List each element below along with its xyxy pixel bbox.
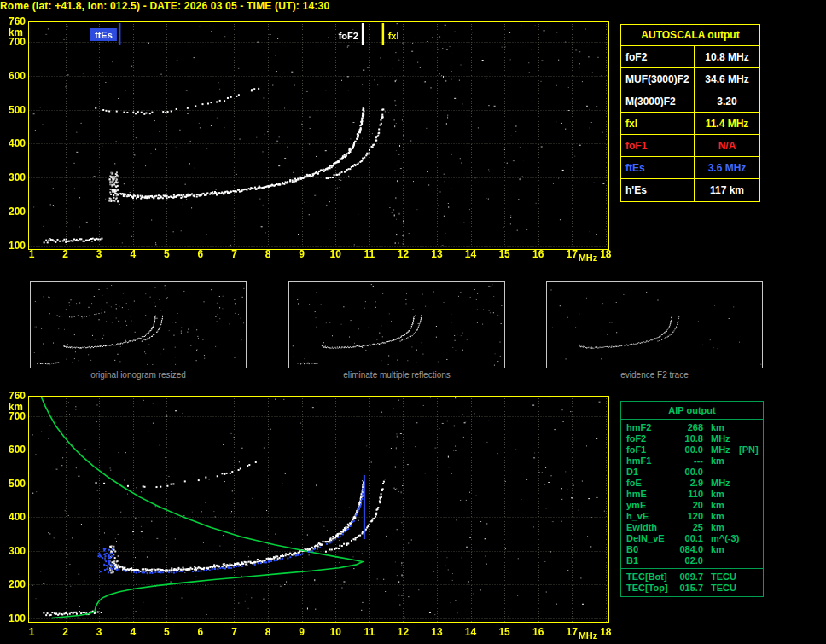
aip-row-fof2: foF210.8MHz xyxy=(621,433,763,444)
autoscala-param-label: ftEs xyxy=(621,157,695,178)
aip-param-note: [PN] xyxy=(739,444,763,455)
aip-param-value: 015.7 xyxy=(674,583,703,594)
aip-param-label: hmE xyxy=(621,489,674,500)
autoscala-param-value: 3.20 xyxy=(695,90,759,112)
aip-row-hmf2: hmF2268km xyxy=(621,422,763,433)
recorded-ionogram-plot xyxy=(0,17,619,269)
aip-param-unit xyxy=(703,467,739,478)
thumbnail-caption-evidence: evidence F2 trace xyxy=(546,370,763,380)
aip-param-value: 10.8 xyxy=(674,433,703,444)
aip-param-label: hmF1 xyxy=(621,455,674,467)
thumbnail-original-ionogram-canvas xyxy=(31,282,246,368)
aip-row-deln-ve: DelN_vE00.1m^(-3) xyxy=(621,533,763,544)
autoscala-param-value: 3.6 MHz xyxy=(695,157,759,178)
aip-table-rows: hmF2268kmfoF210.8MHzfoF100.0MHz[PN]hmF1-… xyxy=(621,420,763,568)
autoscala-row-fof2: foF210.8 MHz xyxy=(621,46,759,68)
aip-param-note xyxy=(739,489,763,500)
aip-row-hmf1: hmF1---km xyxy=(621,455,763,467)
autoscala-row-h-es: h'Es117 km xyxy=(621,179,759,201)
aip-param-unit: MHz xyxy=(703,444,739,455)
autoscala-table-title: AUTOSCALA output xyxy=(621,25,759,46)
aip-param-label: TEC[Bot] xyxy=(621,571,674,583)
aip-param-label: foF1 xyxy=(621,444,674,455)
aip-param-unit: TECU xyxy=(703,571,739,583)
aip-table-tec-rows: TEC[Bot]009.7TECUTEC[Top]015.7TECU xyxy=(621,568,763,596)
aip-param-note xyxy=(739,544,763,555)
aip-row-fof1: foF100.0MHz[PN] xyxy=(621,444,763,455)
autoscala-param-label: h'Es xyxy=(621,179,695,201)
aip-param-value: 009.7 xyxy=(674,571,703,583)
station-date-title: Rome (lat: +41.8, lon: 012.5) - DATE: 20… xyxy=(0,0,826,12)
aip-param-unit: MHz xyxy=(703,478,739,489)
aip-row-tec-top-: TEC[Top]015.7TECU xyxy=(621,583,763,594)
aip-param-unit: km xyxy=(703,544,739,555)
aip-row-ewidth: Ewidth25km xyxy=(621,522,763,533)
aip-table-title: AIP output xyxy=(621,402,763,420)
autoscala-row-m-3000-f2: M(3000)F23.20 xyxy=(621,90,759,113)
aip-param-unit: m^(-3) xyxy=(703,533,739,544)
thumbnail-original-ionogram xyxy=(30,281,247,368)
aip-param-label: hmF2 xyxy=(621,422,674,433)
aip-param-unit: km xyxy=(703,455,739,467)
thumbnail-caption-original: original ionogram resized xyxy=(30,370,247,380)
aip-param-value: 084.0 xyxy=(674,544,703,555)
aip-param-note xyxy=(739,571,763,583)
aip-param-value: 00.0 xyxy=(674,467,703,478)
autoscala-param-value: 117 km xyxy=(695,179,759,201)
autoscala-param-label: M(3000)F2 xyxy=(621,90,695,112)
aip-param-unit: km xyxy=(703,422,739,433)
aip-param-label: Ewidth xyxy=(621,522,674,533)
aip-param-value: 268 xyxy=(674,422,703,433)
autoscala-row-fxl: fxl11.4 MHz xyxy=(621,113,759,135)
aip-row-d1: D100.0 xyxy=(621,467,763,478)
aip-param-value: 00.0 xyxy=(674,444,703,455)
aip-param-value: 110 xyxy=(674,489,703,500)
aip-param-unit: km xyxy=(703,522,739,533)
aip-param-note xyxy=(739,455,763,467)
aip-param-note xyxy=(739,433,763,444)
aip-param-note xyxy=(739,583,763,594)
aip-param-value: 20 xyxy=(674,500,703,511)
aip-param-label: TEC[Top] xyxy=(621,583,674,594)
autoscala-table-rows: foF210.8 MHzMUF(3000)F234.6 MHzM(3000)F2… xyxy=(621,46,759,201)
thumbnail-evidence-f2-trace xyxy=(546,281,763,368)
autoscala-param-label: foF1 xyxy=(621,135,695,156)
aip-param-label: B0 xyxy=(621,544,674,555)
aip-param-value: 2.9 xyxy=(674,478,703,489)
aip-param-label: B1 xyxy=(621,555,674,566)
aip-param-value: 02.0 xyxy=(674,555,703,566)
aip-row-h-ve: h_vE120km xyxy=(621,511,763,522)
autoscala-param-value: 11.4 MHz xyxy=(695,113,759,134)
aip-param-unit xyxy=(703,555,739,566)
aip-param-note xyxy=(739,500,763,511)
aip-output-table: AIP output hmF2268kmfoF210.8MHzfoF100.0M… xyxy=(620,401,764,597)
aip-param-note xyxy=(739,478,763,489)
autoscala-param-label: MUF(3000)F2 xyxy=(621,68,695,90)
aip-param-value: 120 xyxy=(674,511,703,522)
thumbnail-eliminate-multiples xyxy=(288,281,505,368)
aip-param-value: 00.1 xyxy=(674,533,703,544)
thumbnail-eliminate-multiples-canvas xyxy=(289,282,504,368)
autoscala-row-ftes: ftEs3.6 MHz xyxy=(621,157,759,179)
autoscala-param-value: N/A xyxy=(695,135,759,156)
aip-param-value: --- xyxy=(674,455,703,467)
autoscala-param-label: fxl xyxy=(621,113,695,134)
aip-param-value: 25 xyxy=(674,522,703,533)
aip-param-note xyxy=(739,522,763,533)
autoscala-param-value: 34.6 MHz xyxy=(695,68,759,90)
aip-param-note xyxy=(739,422,763,433)
thumbnail-caption-eliminate: eliminate multiple reflections xyxy=(288,370,505,380)
aip-row-hme: hmE110km xyxy=(621,489,763,500)
aip-param-label: foE xyxy=(621,478,674,489)
aip-param-unit: km xyxy=(703,500,739,511)
aip-param-unit: MHz xyxy=(703,433,739,444)
autoscala-param-value: 10.8 MHz xyxy=(695,46,759,67)
aip-param-label: foF2 xyxy=(621,433,674,444)
aip-param-note xyxy=(739,511,763,522)
aip-row-foe: foE2.9MHz xyxy=(621,478,763,489)
aip-param-note xyxy=(739,555,763,566)
autoscala-row-muf-3000-f2: MUF(3000)F234.6 MHz xyxy=(621,68,759,90)
aip-row-yme: ymE20km xyxy=(621,500,763,511)
aip-param-label: DelN_vE xyxy=(621,533,674,544)
aip-param-unit: TECU xyxy=(703,583,739,594)
